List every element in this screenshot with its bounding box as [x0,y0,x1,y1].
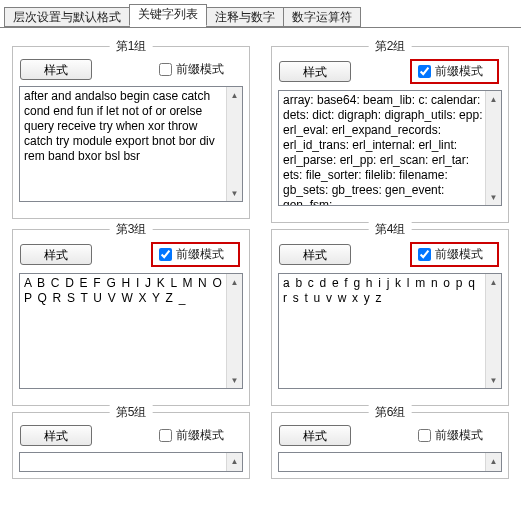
group-3-prefix-label: 前缀模式 [176,246,224,263]
tab-comments-numbers[interactable]: 注释与数字 [206,7,284,27]
group-4-title: 第4组 [369,221,412,238]
group-2-style-button[interactable]: 样式 [279,61,351,82]
group-5-prefix-wrap[interactable]: 前缀模式 [159,427,242,444]
group-1-title: 第1组 [110,38,153,55]
row-1: 第1组 样式 前缀模式 ▲ ▼ [12,46,509,223]
group-3-keywords[interactable] [19,273,243,389]
row-3: 第5组 样式 前缀模式 ▲ 第6组 [12,412,509,479]
tab-hierarchy[interactable]: 层次设置与默认格式 [4,7,130,27]
scroll-down-icon[interactable]: ▼ [227,372,242,388]
group-4-scrollbar[interactable]: ▲ ▼ [485,274,501,388]
group-6-keywords[interactable] [278,452,502,472]
tab-content: 第1组 样式 前缀模式 ▲ ▼ [0,36,521,506]
group-3-title: 第3组 [110,221,153,238]
tab-underline [0,27,521,28]
group-6-title: 第6组 [369,404,412,421]
tab-keyword-list[interactable]: 关键字列表 [129,4,207,26]
group-6-style-button[interactable]: 样式 [279,425,351,446]
group-2-prefix-label: 前缀模式 [435,63,483,80]
group-3-prefix-checkbox[interactable] [159,248,172,261]
row-2: 第3组 样式 前缀模式 ▲ ▼ 第4 [12,229,509,406]
group-6-prefix-wrap[interactable]: 前缀模式 [418,427,501,444]
scroll-up-icon[interactable]: ▲ [227,87,242,103]
group-1-prefix-label: 前缀模式 [176,61,224,78]
group-4-prefix-wrap[interactable]: 前缀模式 [410,242,499,267]
group-1-prefix-checkbox[interactable] [159,63,172,76]
group-5-title: 第5组 [110,404,153,421]
group-3-prefix-wrap[interactable]: 前缀模式 [151,242,240,267]
group-1-keywords[interactable] [19,86,243,202]
scroll-up-icon[interactable]: ▲ [227,453,242,469]
group-5-prefix-checkbox[interactable] [159,429,172,442]
group-2-scrollbar[interactable]: ▲ ▼ [485,91,501,205]
group-4-prefix-checkbox[interactable] [418,248,431,261]
group-5-keywords[interactable] [19,452,243,472]
group-5-scrollbar[interactable]: ▲ [226,453,242,471]
group-2-title: 第2组 [369,38,412,55]
group-6-prefix-label: 前缀模式 [435,427,483,444]
group-5-prefix-label: 前缀模式 [176,427,224,444]
scroll-down-icon[interactable]: ▼ [227,185,242,201]
group-1-scrollbar[interactable]: ▲ ▼ [226,87,242,201]
group-2-prefix-wrap[interactable]: 前缀模式 [410,59,499,84]
group-2-keywords[interactable] [278,90,502,206]
scroll-up-icon[interactable]: ▲ [486,453,501,469]
group-6-prefix-checkbox[interactable] [418,429,431,442]
scroll-down-icon[interactable]: ▼ [486,189,501,205]
group-4-prefix-label: 前缀模式 [435,246,483,263]
group-6-scrollbar[interactable]: ▲ [485,453,501,471]
group-1-style-button[interactable]: 样式 [20,59,92,80]
group-3-scrollbar[interactable]: ▲ ▼ [226,274,242,388]
group-4: 第4组 样式 前缀模式 ▲ ▼ [271,229,509,406]
scroll-up-icon[interactable]: ▲ [486,274,501,290]
scroll-up-icon[interactable]: ▲ [227,274,242,290]
group-3: 第3组 样式 前缀模式 ▲ ▼ [12,229,250,406]
group-4-keywords[interactable] [278,273,502,389]
group-3-style-button[interactable]: 样式 [20,244,92,265]
group-1-prefix-wrap[interactable]: 前缀模式 [159,61,242,78]
tab-strip: 层次设置与默认格式 关键字列表 注释与数字 数字运算符 [4,2,521,26]
tab-number-operators[interactable]: 数字运算符 [283,7,361,27]
group-2: 第2组 样式 前缀模式 ▲ ▼ [271,46,509,223]
group-2-prefix-checkbox[interactable] [418,65,431,78]
group-6: 第6组 样式 前缀模式 ▲ [271,412,509,479]
scroll-up-icon[interactable]: ▲ [486,91,501,107]
group-5: 第5组 样式 前缀模式 ▲ [12,412,250,479]
scroll-down-icon[interactable]: ▼ [486,372,501,388]
group-1: 第1组 样式 前缀模式 ▲ ▼ [12,46,250,223]
group-4-style-button[interactable]: 样式 [279,244,351,265]
group-5-style-button[interactable]: 样式 [20,425,92,446]
